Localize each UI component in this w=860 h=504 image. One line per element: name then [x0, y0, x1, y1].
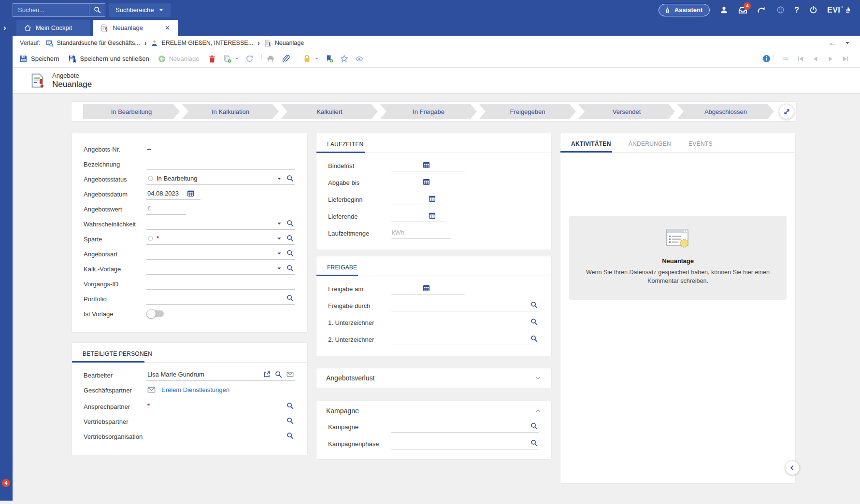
inbox-icon[interactable]: 4 — [738, 5, 747, 15]
print-icon[interactable] — [267, 55, 275, 63]
search-scope-button[interactable]: Suchbereiche — [109, 3, 171, 17]
angebotsdatum-input[interactable] — [147, 190, 184, 197]
breadcrumb-item-neuanlage[interactable]: Neuanlage — [264, 40, 304, 47]
lookup-icon[interactable] — [530, 301, 538, 308]
lookup-icon[interactable] — [287, 220, 294, 227]
tab-aktivitaeten[interactable]: AKTIVITÄTEN — [571, 140, 611, 147]
refresh-icon[interactable] — [245, 55, 254, 63]
close-icon[interactable] — [165, 25, 170, 30]
delete-icon[interactable] — [208, 55, 216, 63]
lieferende-input[interactable] — [392, 212, 426, 219]
angebots-nr-value: – — [146, 144, 295, 155]
save-button[interactable]: Speichern — [19, 55, 59, 63]
favorite-star-icon[interactable] — [340, 55, 348, 63]
lookup-icon[interactable] — [287, 265, 294, 272]
abgabe-bis-input[interactable] — [392, 178, 420, 185]
lookup-icon[interactable] — [287, 417, 294, 424]
new-record-button[interactable]: Neuanlage — [158, 55, 200, 63]
angebotsverlust-header[interactable]: Angebotsverlust — [316, 368, 551, 388]
first-record-icon[interactable] — [797, 55, 804, 63]
lookup-icon[interactable] — [530, 439, 538, 447]
bezeichnung-input[interactable] — [147, 160, 294, 167]
watch-eye-icon[interactable] — [355, 55, 363, 63]
pipeline-expand-button[interactable] — [779, 104, 794, 119]
lieferbeginn-input[interactable] — [392, 195, 426, 202]
bindefrist-input[interactable] — [392, 161, 420, 168]
lookup-icon[interactable] — [287, 250, 294, 257]
attachment-icon[interactable] — [282, 55, 290, 63]
dropdown-caret-icon[interactable] — [276, 221, 282, 226]
field-label: Lieferbeginn — [328, 196, 391, 205]
freigabe-am-input[interactable] — [392, 284, 420, 292]
globe-icon[interactable] — [775, 5, 785, 15]
email-icon[interactable] — [147, 386, 156, 394]
copy-dropdown-icon[interactable] — [234, 56, 240, 61]
field-label: Angebotsdatum — [84, 191, 146, 200]
ist-vorlage-toggle[interactable] — [147, 310, 164, 317]
history-dropdown-icon[interactable] — [845, 40, 850, 46]
tab-neuanlage[interactable]: Neuanlage — [93, 20, 178, 36]
assistant-button[interactable]: Assistent — [659, 4, 710, 16]
dropdown-caret-icon[interactable] — [276, 236, 282, 241]
history-back-icon[interactable]: ← — [829, 38, 837, 48]
dropdown-caret-icon[interactable] — [276, 266, 282, 271]
kampagne-header[interactable]: Kampagne — [316, 401, 551, 419]
last-record-icon[interactable] — [842, 55, 849, 63]
angebotswert-input[interactable] — [147, 205, 185, 212]
breadcrumb-item-standardsuche[interactable]: Standardsuche für Geschäfts... — [46, 40, 140, 47]
sidebar-expand-icon[interactable]: › — [3, 24, 6, 32]
breadcrumb-item-geschaeftspartner[interactable]: ERELEM GIEßEN, INTERESSE... — [151, 40, 253, 47]
email-icon[interactable] — [287, 371, 294, 378]
field-label: Ansprechpartner — [84, 403, 146, 412]
lookup-icon[interactable] — [275, 371, 282, 378]
angebotsverlust-panel: Angebotsverlust — [316, 368, 552, 388]
calendar-icon[interactable] — [429, 212, 436, 219]
help-icon[interactable]: ? — [794, 6, 799, 14]
section-title: Angebotsverlust — [326, 374, 374, 382]
bookmark-add-icon[interactable] — [325, 55, 333, 63]
calendar-icon[interactable] — [429, 195, 436, 202]
panel-collapse-button[interactable] — [785, 461, 800, 475]
list-menu-icon[interactable] — [782, 55, 789, 63]
chevron-down-icon — [158, 7, 164, 13]
lookup-icon[interactable] — [530, 335, 538, 342]
logout-power-icon[interactable] — [808, 5, 818, 15]
geschaeftspartner-link[interactable]: Erelem Dienstleistungen — [161, 386, 229, 393]
calendar-icon[interactable] — [187, 190, 194, 197]
copy-icon[interactable] — [223, 55, 231, 63]
calendar-icon[interactable] — [423, 284, 430, 292]
lookup-icon[interactable] — [287, 432, 294, 439]
tab-events[interactable]: EVENTS — [688, 140, 713, 147]
previous-record-icon[interactable] — [812, 55, 819, 63]
lookup-icon[interactable] — [287, 294, 294, 302]
dropdown-caret-icon[interactable] — [276, 176, 282, 182]
lookup-icon[interactable] — [287, 235, 294, 242]
save-and-close-button[interactable]: Speichern und schließen — [68, 55, 149, 63]
app-window: Suchbereiche Assistent 4 ? EVI° › — [0, 0, 860, 504]
tab-aenderungen[interactable]: ÄNDERUNGEN — [629, 140, 671, 147]
calendar-icon[interactable] — [423, 178, 430, 185]
sidebar-notification-badge[interactable]: 4 — [2, 479, 10, 487]
field-label: Laufzeitmenge — [328, 230, 391, 239]
lock-icon[interactable] — [303, 55, 311, 63]
search-icon[interactable] — [89, 3, 105, 17]
open-record-icon[interactable] — [263, 371, 271, 378]
calendar-icon[interactable] — [423, 161, 430, 168]
field-label: Geschäftspartner — [84, 387, 146, 396]
tab-mein-cockpit[interactable]: Mein Cockpit — [16, 20, 90, 36]
dropdown-caret-icon[interactable] — [276, 251, 282, 256]
lookup-icon[interactable] — [530, 422, 538, 430]
bearbeiter-value: Lisa Marie Gundrum — [147, 371, 204, 378]
lookup-icon[interactable] — [287, 402, 294, 409]
redo-icon[interactable] — [757, 5, 766, 15]
user-icon[interactable] — [719, 5, 729, 15]
offer-document-icon — [30, 71, 45, 90]
lookup-icon[interactable] — [530, 318, 538, 325]
laufzeitmenge-input[interactable] — [392, 229, 450, 236]
lock-dropdown-icon[interactable] — [314, 56, 319, 61]
search-input[interactable] — [13, 3, 89, 17]
lookup-icon[interactable] — [287, 175, 294, 182]
vorgangs-id-input[interactable] — [147, 280, 294, 287]
next-record-icon[interactable] — [827, 55, 834, 63]
info-icon[interactable] — [762, 55, 771, 63]
